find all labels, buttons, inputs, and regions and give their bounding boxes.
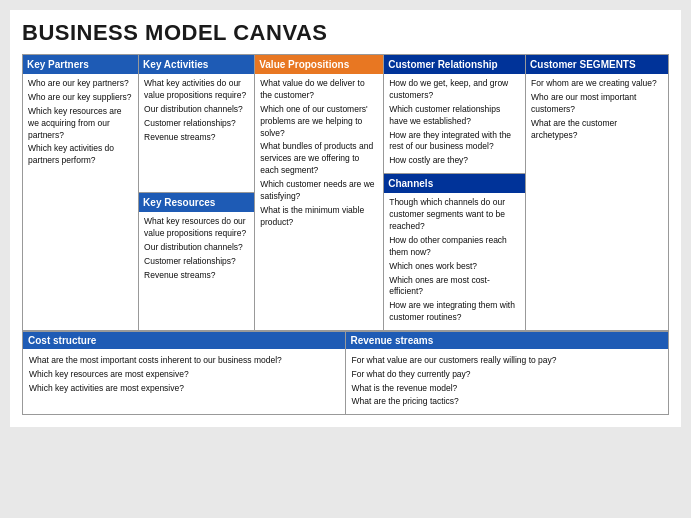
key-resources-header: Key Resources — [139, 193, 254, 212]
key-partners-header: Key Partners — [23, 55, 138, 74]
key-activities-header: Key Activities — [139, 55, 254, 74]
cr-item-2: Which customer relationships have we est… — [389, 104, 520, 128]
revenue-item-2: For what do they currently pay? — [352, 368, 663, 381]
key-partners-column: Key Partners Who are our key partners? W… — [23, 55, 139, 330]
key-activities-item-1: What key activities do our value proposi… — [144, 78, 249, 102]
key-activities-body: What key activities do our value proposi… — [139, 74, 254, 192]
canvas-grid: Key Partners Who are our key partners? W… — [22, 54, 669, 415]
value-propositions-column: Value Propositions What value do we deli… — [255, 55, 384, 330]
customer-segments-header: Customer SEGMENTS — [526, 55, 668, 74]
key-resources-item-4: Revenue streams? — [144, 270, 249, 282]
slide: BUSINESS MODEL CANVAS Key Partners Who a… — [10, 10, 681, 427]
customer-relationship-header: Customer Relationship — [384, 55, 525, 74]
revenue-item-1: For what value are our customers really … — [352, 354, 663, 367]
cr-item-4: How costly are they? — [389, 155, 520, 167]
revenue-streams-header: Revenue streams — [346, 332, 669, 349]
page-title: BUSINESS MODEL CANVAS — [22, 20, 669, 46]
key-partners-item-3: Which key resources are we acquiring fro… — [28, 106, 133, 142]
key-resources-item-3: Customer relationships? — [144, 256, 249, 268]
channels-cell: Channels Though which channels do our cu… — [384, 174, 525, 330]
value-propositions-header: Value Propositions — [255, 55, 383, 74]
cr-item-3: How are they integrated with the rest of… — [389, 130, 520, 154]
value-propositions-body: What value do we deliver to the customer… — [255, 74, 383, 235]
ch-item-2: How do other companies reach them now? — [389, 235, 520, 259]
cost-structure-body: What are the most important costs inhere… — [23, 349, 345, 400]
channels-body: Though which channels do our customer se… — [384, 193, 525, 330]
key-resources-item-2: Our distribution channels? — [144, 242, 249, 254]
top-section: Key Partners Who are our key partners? W… — [23, 55, 668, 332]
key-activities-item-4: Revenue streams? — [144, 132, 249, 144]
revenue-streams-body: For what value are our customers really … — [346, 349, 669, 414]
ch-item-5: How are we integrating them with custome… — [389, 300, 520, 324]
revenue-item-4: What are the pricing tactics? — [352, 395, 663, 408]
revenue-streams-column: Revenue streams For what value are our c… — [346, 332, 669, 414]
relationship-channels-column: Customer Relationship How do we get, kee… — [384, 55, 526, 330]
cost-item-3: Which key activities are most expensive? — [29, 382, 339, 395]
customer-segments-column: Customer SEGMENTS For whom are we creati… — [526, 55, 668, 330]
ch-item-1: Though which channels do our customer se… — [389, 197, 520, 233]
key-resources-body: What key resources do our value proposit… — [139, 212, 254, 330]
key-activities-cell: Key Activities What key activities do ou… — [139, 55, 254, 193]
vp-item-4: Which customer needs are we satisfying? — [260, 179, 378, 203]
key-partners-item-2: Who are our key suppliers? — [28, 92, 133, 104]
cr-item-1: How do we get, keep, and grow customers? — [389, 78, 520, 102]
key-activities-item-2: Our distribution channels? — [144, 104, 249, 116]
key-partners-item-1: Who are our key partners? — [28, 78, 133, 90]
cost-structure-column: Cost structure What are the most importa… — [23, 332, 346, 414]
customer-relationship-body: How do we get, keep, and grow customers?… — [384, 74, 525, 173]
bottom-section: Cost structure What are the most importa… — [23, 332, 668, 414]
key-resources-cell: Key Resources What key resources do our … — [139, 193, 254, 330]
cost-structure-header: Cost structure — [23, 332, 345, 349]
cs-item-1: For whom are we creating value? — [531, 78, 663, 90]
activities-resources-column: Key Activities What key activities do ou… — [139, 55, 255, 330]
channels-header: Channels — [384, 174, 525, 193]
vp-item-2: Which one of our customers' problems are… — [260, 104, 378, 140]
cost-item-1: What are the most important costs inhere… — [29, 354, 339, 367]
revenue-item-3: What is the revenue model? — [352, 382, 663, 395]
vp-item-3: What bundles of products and services ar… — [260, 141, 378, 177]
cs-item-3: What are the customer archetypes? — [531, 118, 663, 142]
cs-item-2: Who are our most important customers? — [531, 92, 663, 116]
key-partners-body: Who are our key partners? Who are our ke… — [23, 74, 138, 330]
customer-relationship-cell: Customer Relationship How do we get, kee… — [384, 55, 525, 174]
ch-item-4: Which ones are most cost-efficient? — [389, 275, 520, 299]
ch-item-3: Which ones work best? — [389, 261, 520, 273]
vp-item-1: What value do we deliver to the customer… — [260, 78, 378, 102]
customer-segments-body: For whom are we creating value? Who are … — [526, 74, 668, 147]
vp-item-5: What is the minimum viable product? — [260, 205, 378, 229]
cost-item-2: Which key resources are most expensive? — [29, 368, 339, 381]
key-resources-item-1: What key resources do our value proposit… — [144, 216, 249, 240]
key-activities-item-3: Customer relationships? — [144, 118, 249, 130]
key-partners-item-4: Which key activities do partners perform… — [28, 143, 133, 167]
